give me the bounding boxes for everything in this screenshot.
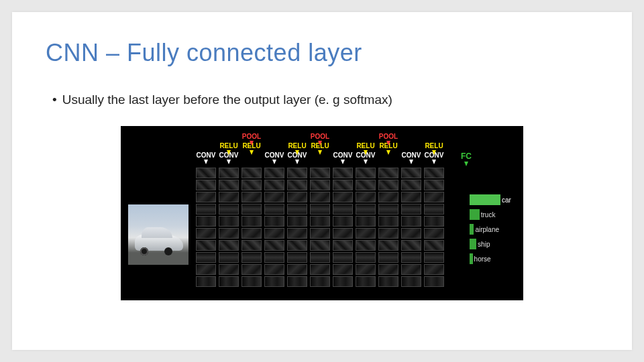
pool-label: POOL [308, 133, 332, 140]
class-probabilities: cartruckairplaneshiphorse [470, 193, 517, 265]
class-label: airplane [475, 226, 499, 233]
feature-map-column [310, 168, 330, 287]
class-label: ship [478, 241, 490, 248]
conv-label: CONV [194, 152, 218, 159]
pool-label: POOL [239, 133, 264, 140]
conv-label: CONV [331, 152, 355, 159]
feature-map-column [196, 168, 216, 287]
page-title: CNN – Fully connected layer [46, 39, 362, 67]
feature-map-column [264, 168, 284, 287]
class-row: car [470, 193, 517, 206]
pool-label: POOL [376, 133, 400, 140]
conv-label: CONV [399, 152, 423, 159]
class-row: airplane [470, 223, 517, 236]
relu-label: RELU [354, 142, 378, 149]
input-image-car [127, 204, 189, 265]
relu-label: RELU [285, 142, 309, 149]
slide: CNN – Fully connected layer Usually the … [12, 12, 632, 350]
feature-map-column [378, 168, 398, 287]
feature-map-column [219, 168, 239, 287]
fc-label: FC [456, 152, 476, 161]
feature-map-column [287, 168, 307, 287]
relu-label: RELU [422, 142, 446, 149]
class-label: truck [481, 211, 496, 219]
bullet-text: Usually the last layer before the output… [52, 93, 392, 107]
class-row: ship [470, 237, 517, 251]
feature-map-column [333, 168, 353, 287]
conv-label: CONV [262, 152, 286, 159]
relu-label: RELU [217, 142, 241, 149]
feature-map-column [401, 168, 421, 287]
cnn-diagram: CONVCONVCONVCONVCONVCONVCONVCONVRELURELU… [121, 126, 523, 300]
feature-map-column [356, 168, 376, 287]
feature-map-column [424, 168, 444, 287]
class-row: truck [470, 208, 517, 221]
feature-map-column [241, 168, 262, 287]
class-label: horse [474, 255, 491, 263]
class-row: horse [470, 252, 517, 265]
class-label: car [502, 196, 511, 204]
